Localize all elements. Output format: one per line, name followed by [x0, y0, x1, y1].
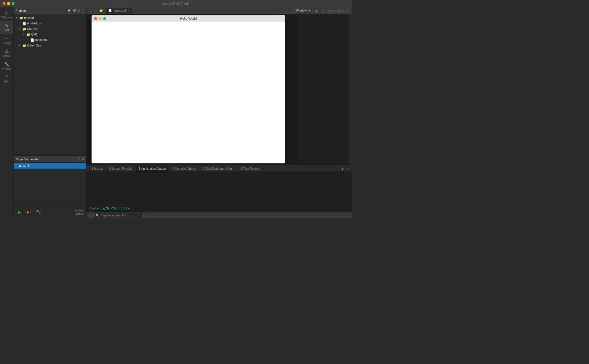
sidebar-item-welcome[interactable]: ⊞ Welcome: [0, 8, 13, 21]
toolbar-up-icon[interactable]: ▲: [314, 8, 319, 13]
folder-icon-sources: 📁: [22, 27, 26, 31]
design-icon: ✏: [4, 36, 10, 41]
tab-test-label: 8 Test Results: [241, 167, 260, 170]
tree-item-sources[interactable]: ▼ 📁 Sources: [14, 26, 86, 32]
tab-test-results[interactable]: 8 Test Results: [238, 166, 263, 171]
window-title: main.qml - Qt Creator: [161, 2, 190, 5]
tree-label-other-files: Other files: [27, 44, 41, 47]
minimize-button[interactable]: [7, 2, 10, 5]
tab-file-icon: 📄: [108, 9, 112, 12]
open-docs-close-icon[interactable]: ✕: [82, 157, 84, 161]
tab-qml-debugger[interactable]: 5 QML Debugger Con...: [199, 166, 237, 171]
tab-app-label: 3 Application Output: [139, 167, 166, 170]
file-icon-untitled-pro: 📄: [22, 22, 26, 25]
back-button[interactable]: ‹: [89, 8, 92, 13]
tab-app-output[interactable]: 3 Application Output: [136, 166, 169, 171]
sidebar-item-edit[interactable]: ✎ Edit: [0, 21, 13, 34]
tab-label: main.qml: [113, 9, 126, 12]
bottom-panel-up-icon[interactable]: ▲: [340, 166, 345, 171]
svg-marker-0: [5, 50, 8, 53]
traffic-lights[interactable]: [3, 2, 15, 5]
hello-world-window[interactable]: Hello World: [92, 15, 285, 163]
search-icon: 🔍: [96, 214, 99, 217]
tree-item-untitled[interactable]: ▼ 📁 untitled: [14, 15, 86, 21]
close-button[interactable]: [3, 2, 6, 5]
build-button[interactable]: 🔨: [35, 208, 42, 216]
tree-item-other-files[interactable]: ▶ 📁 Other files: [14, 43, 86, 48]
tree-item-qml[interactable]: ▼ 📁 QML: [14, 32, 86, 37]
window-dropdown-label: Window: [296, 9, 307, 12]
window-dropdown[interactable]: Window ▼: [294, 8, 313, 13]
project-panel-title: Projects: [16, 9, 26, 12]
maximize-button[interactable]: [12, 2, 15, 5]
open-docs-header: Open Documents ⊞ ✕: [14, 156, 86, 163]
editor-tab-main-qml[interactable]: 📄 main.qml ✕: [106, 8, 132, 14]
panel-header-icons: ⚡ 🔗 ⊞ ✕: [67, 9, 84, 12]
run-bar: ▶ ▶✦ 🔨 untitled Debug: [14, 206, 86, 218]
sidebar-label-edit: Edit: [5, 29, 9, 32]
tab-issues-label: 1 Issues: [92, 167, 103, 170]
file-tree: ▼ 📁 untitled 📄 untitled.pro ▼ 📁 Sources …: [14, 14, 86, 155]
open-docs-split-icon[interactable]: ⊞: [78, 157, 80, 161]
hello-close-button[interactable]: [94, 17, 97, 20]
file-icon-main-qml: 📄: [30, 38, 34, 42]
debug-device-label: Debug: [76, 212, 83, 215]
toolbar-settings-icon[interactable]: ≡: [346, 8, 350, 13]
editor-content: 1 2 3 import QtQuick ▼ Window {: [87, 14, 352, 164]
tree-item-untitled-pro[interactable]: 📄 untitled.pro: [14, 21, 86, 26]
hello-maximize-button[interactable]: [103, 17, 106, 20]
hello-window-title: Hello World: [180, 17, 197, 20]
project-panel-header: Projects ⚡ 🔗 ⊞ ✕: [14, 7, 86, 14]
open-docs-title: Open Documents: [16, 158, 38, 161]
sidebar-item-debug[interactable]: Debug: [0, 47, 13, 59]
hello-window-titlebar: Hello World: [92, 15, 285, 22]
sidebar-label-welcome: Welcome: [2, 16, 12, 19]
cursor-location: Line: 1, Col: 1: [327, 9, 345, 12]
tree-arrow-untitled: ▼: [16, 17, 18, 19]
bookmark-icon[interactable]: ⭐: [98, 8, 104, 13]
folder-icon-qml: 📁: [26, 33, 30, 36]
hello-traffic-lights[interactable]: [94, 17, 106, 20]
tab-search-label: 2 Search Results: [109, 167, 132, 170]
status-toggle-button[interactable]: ≡: [89, 214, 90, 217]
status-search-box[interactable]: 🔍: [93, 213, 144, 218]
editor-area: ‹ › ⭐ 📄 main.qml ✕ Window ▼ ▲ ⤢ Line: 1,…: [87, 7, 352, 218]
tab-compile-label: 4 Compile Output: [173, 167, 196, 170]
split-icon[interactable]: ⊞: [78, 9, 80, 12]
open-docs-header-icons: ⊞ ✕: [78, 157, 84, 161]
open-doc-label: main.qml: [17, 164, 29, 167]
tree-item-main-qml[interactable]: 📄 main.qml: [14, 37, 86, 43]
tree-arrow-qml: ▼: [23, 33, 25, 36]
forward-button[interactable]: ›: [93, 8, 97, 13]
edit-icon: ✎: [4, 23, 10, 28]
sidebar-item-design[interactable]: ✏ Design: [0, 34, 13, 47]
hello-minimize-button[interactable]: [99, 17, 102, 20]
tree-arrow-other-files: ▶: [19, 44, 21, 47]
main-layout: ⊞ Welcome ✎ Edit ✏ Design Debug 🔧 Projec…: [0, 7, 352, 218]
run-debug-button[interactable]: ▶✦: [25, 208, 33, 216]
tree-label-untitled-pro: untitled.pro: [27, 22, 42, 25]
close-panel-icon[interactable]: ✕: [82, 9, 84, 12]
bottom-panel-content: Contents/MacOS/untitled...: [87, 172, 352, 212]
status-bar: ≡ 🔍: [87, 212, 352, 218]
toolbar-expand-icon[interactable]: ⤢: [321, 8, 326, 13]
search-input[interactable]: [101, 214, 141, 217]
open-doc-main-qml[interactable]: main.qml: [14, 163, 86, 169]
editor-scrollbar[interactable]: [349, 14, 352, 164]
sidebar-item-projects[interactable]: 🔧 Projects: [0, 59, 13, 72]
filter-icon[interactable]: ⚡: [67, 9, 71, 12]
bottom-panel-expand-icon[interactable]: ⤢: [346, 166, 350, 171]
tab-compile-output[interactable]: 4 Compile Output: [170, 166, 199, 171]
bottom-panel: 1 Issues 2 Search Results 3 Application …: [87, 164, 352, 212]
tab-search-results[interactable]: 2 Search Results: [106, 166, 135, 171]
welcome-icon: ⊞: [4, 10, 10, 16]
hello-window-content: [92, 22, 285, 163]
run-button[interactable]: ▶: [16, 208, 23, 216]
sidebar-label-help: Help: [4, 80, 9, 83]
tab-close-button[interactable]: ✕: [127, 9, 129, 12]
link-icon[interactable]: 🔗: [72, 9, 76, 12]
sidebar-item-help[interactable]: ? Help: [0, 72, 13, 85]
sidebar-label-projects: Projects: [2, 67, 11, 70]
tab-issues[interactable]: 1 Issues: [89, 166, 106, 171]
tab-qml-label: 5 QML Debugger Con...: [202, 167, 234, 170]
